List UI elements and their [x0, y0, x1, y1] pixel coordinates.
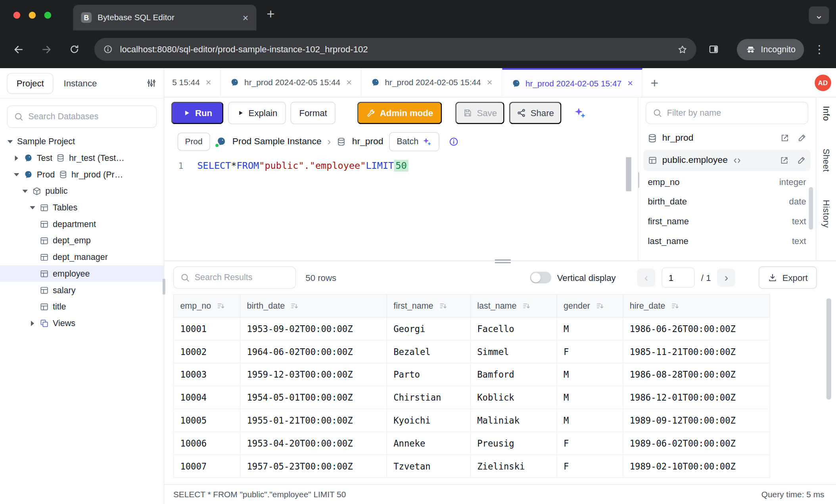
caret-down-icon[interactable] [6, 140, 13, 143]
forward-button[interactable] [36, 38, 57, 60]
table-row[interactable]: 100061953-04-20T00:00:00ZAnnekePreusigF1… [174, 432, 770, 455]
table-cell[interactable]: 1953-09-02T00:00:00Z [240, 317, 387, 340]
table-cell[interactable]: 1989-02-10T00:00:00Z [623, 455, 770, 478]
table-cell[interactable]: Tzvetan [387, 455, 470, 478]
table-cell[interactable]: F [557, 432, 623, 455]
edit-icon[interactable] [797, 133, 807, 143]
rail-tab-info[interactable]: Info [821, 106, 831, 121]
table-cell[interactable]: 1989-06-02T00:00:00Z [623, 432, 770, 455]
database-name[interactable]: hr_prod [352, 136, 383, 147]
schema-database-row[interactable]: hr_prod [638, 127, 816, 149]
table-cell[interactable]: Georgi [387, 317, 470, 340]
column-header[interactable]: gender [557, 294, 623, 317]
schema-filter[interactable] [646, 102, 808, 124]
table-cell[interactable]: 10007 [174, 455, 240, 478]
share-button[interactable]: Share [509, 102, 562, 124]
table-cell[interactable]: 1964-06-02T00:00:00Z [240, 340, 387, 363]
code-line[interactable]: 1SELECT * FROM "public"."employee" LIMIT… [164, 155, 638, 172]
sort-icon[interactable] [290, 301, 299, 310]
table-cell[interactable]: Zielinski [470, 455, 557, 478]
table-cell[interactable]: Simmel [470, 340, 557, 363]
close-icon[interactable]: × [346, 77, 352, 88]
site-info-icon[interactable] [103, 44, 113, 55]
table-cell[interactable]: 1955-01-21T00:00:00Z [240, 409, 387, 432]
instance-name[interactable]: Prod Sample Instance [232, 136, 322, 147]
tree-item-views[interactable]: Views [0, 315, 164, 332]
filter-settings-icon[interactable] [146, 78, 157, 88]
admin-mode-button[interactable]: Admin mode [357, 102, 442, 124]
database-search[interactable] [7, 105, 157, 128]
info-icon[interactable] [448, 136, 459, 147]
table-row[interactable]: 100011953-09-02T00:00:00ZGeorgiFacelloM1… [174, 317, 770, 340]
schema-scrollbar[interactable] [809, 187, 813, 230]
column-row[interactable]: birth_date date [638, 192, 816, 212]
batch-mode-chip[interactable]: Batch [389, 132, 439, 151]
column-header[interactable]: birth_date [240, 294, 387, 317]
table-cell[interactable]: 10006 [174, 432, 240, 455]
table-cell[interactable]: 10004 [174, 386, 240, 409]
environment-chip[interactable]: Prod [178, 133, 210, 151]
caret-down-icon[interactable] [21, 189, 28, 193]
tree-item-table[interactable]: salary [0, 282, 164, 298]
new-tab-button[interactable]: + [267, 7, 274, 21]
tree-item-table[interactable]: dept_emp [0, 232, 164, 249]
table-cell[interactable]: Bezalel [387, 340, 470, 363]
caret-right-icon[interactable] [29, 321, 36, 326]
table-cell[interactable]: Chirstian [387, 386, 470, 409]
results-search[interactable] [173, 266, 296, 288]
address-bar[interactable]: localhost:8080/sql-editor/prod-sample-in… [94, 38, 696, 61]
browser-tab[interactable]: B Bytebase SQL Editor × [73, 5, 256, 31]
table-cell[interactable]: Parto [387, 363, 470, 386]
reload-button[interactable] [63, 38, 85, 60]
table-cell[interactable]: 10003 [174, 363, 240, 386]
table-cell[interactable]: M [557, 386, 623, 409]
search-databases-input[interactable] [28, 112, 150, 121]
vertical-display-toggle[interactable] [530, 272, 551, 284]
table-cell[interactable]: Anneke [387, 432, 470, 455]
prev-page-button[interactable]: ‹ [637, 269, 655, 287]
tree-item-schema[interactable]: public [0, 183, 164, 199]
sql-editor[interactable]: 1SELECT * FROM "public"."employee" LIMIT… [164, 155, 638, 260]
table-cell[interactable]: 10001 [174, 317, 240, 340]
column-row[interactable]: emp_no integer [638, 172, 816, 192]
table-cell[interactable]: 10002 [174, 340, 240, 363]
caret-right-icon[interactable] [13, 155, 19, 160]
caret-down-icon[interactable] [13, 173, 19, 176]
column-row[interactable]: first_name text [638, 212, 816, 231]
export-button[interactable]: Export [759, 266, 817, 288]
sort-icon[interactable] [522, 301, 531, 310]
close-icon[interactable]: × [627, 78, 633, 89]
rail-tab-sheet[interactable]: Sheet [821, 149, 831, 172]
table-cell[interactable]: Bamford [470, 363, 557, 386]
table-cell[interactable]: F [557, 340, 623, 363]
table-cell[interactable]: 1986-08-28T00:00:00Z [623, 363, 770, 386]
editor-tab[interactable]: 5 15:44 × [171, 68, 221, 97]
tree-item-project[interactable]: Sample Project [0, 133, 164, 150]
external-link-icon[interactable] [780, 156, 789, 165]
run-button[interactable]: Run [171, 102, 224, 124]
table-cell[interactable]: 1986-12-01T00:00:00Z [623, 386, 770, 409]
rail-tab-history[interactable]: History [821, 200, 831, 228]
code-icon[interactable] [732, 156, 742, 165]
table-cell[interactable]: M [557, 363, 623, 386]
user-avatar[interactable]: AD [815, 74, 831, 91]
back-button[interactable] [8, 38, 29, 60]
tree-item-table[interactable]: department [0, 216, 164, 233]
save-button[interactable]: Save [456, 102, 504, 124]
table-cell[interactable]: Maliniak [470, 409, 557, 432]
editor-scrollbar[interactable] [626, 157, 631, 191]
tab-instance[interactable]: Instance [57, 73, 104, 93]
filter-by-name-input[interactable] [667, 108, 801, 118]
panel-resize-handle[interactable] [638, 172, 639, 188]
window-close-button[interactable] [13, 12, 20, 19]
column-header[interactable]: last_name [470, 294, 557, 317]
table-cell[interactable]: Facello [470, 317, 557, 340]
new-query-tab-button[interactable]: + [642, 68, 666, 97]
table-cell[interactable]: Koblick [470, 386, 557, 409]
table-cell[interactable]: 1985-11-21T00:00:00Z [623, 340, 770, 363]
tree-item-tables[interactable]: Tables [0, 199, 164, 216]
schema-table-row[interactable]: public.employee [644, 150, 811, 171]
column-header[interactable]: first_name [387, 294, 470, 317]
sort-icon[interactable] [671, 301, 680, 310]
tree-item-environment[interactable]: Prod hr_prod (Pr… [0, 166, 164, 183]
